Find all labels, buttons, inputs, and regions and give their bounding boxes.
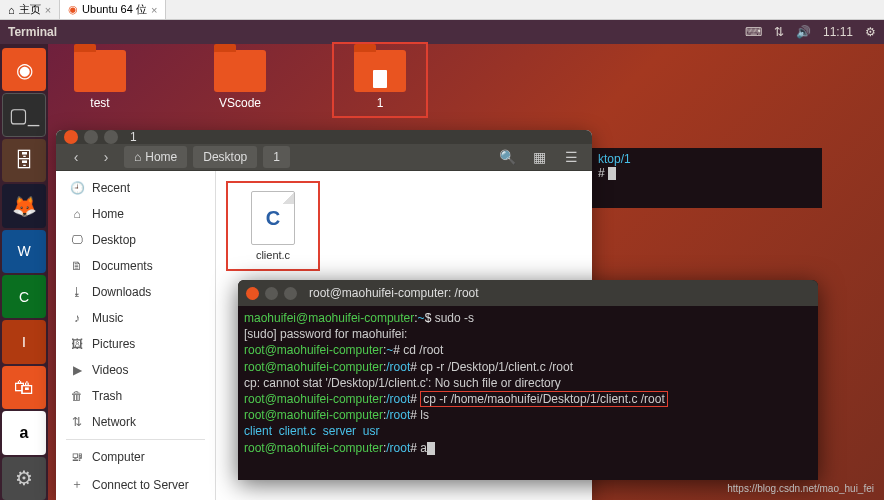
gear-icon[interactable]: ⚙ <box>865 25 876 39</box>
launcher-dash[interactable]: ◉ <box>2 48 46 91</box>
pictures-icon: 🖼 <box>70 337 84 351</box>
clock-icon: 🕘 <box>70 181 84 195</box>
videos-icon: ▶ <box>70 363 84 377</box>
sidebar-label: Trash <box>92 389 122 403</box>
launcher-impress[interactable]: I <box>2 320 46 363</box>
file-name-label: client.c <box>236 249 310 261</box>
launcher-terminal[interactable]: ▢_ <box>2 93 46 136</box>
sidebar-label: Videos <box>92 363 128 377</box>
music-icon: ♪ <box>70 311 84 325</box>
tab-label: Ubuntu 64 位 <box>82 2 147 17</box>
files-toolbar: ‹ › ⌂Home Desktop 1 🔍 ▦ ☰ <box>56 144 592 171</box>
desktop-folder-test[interactable]: test <box>60 50 140 110</box>
keyboard-icon[interactable]: ⌨ <box>745 25 762 39</box>
launcher-software[interactable]: 🛍 <box>2 366 46 409</box>
folder-icon <box>74 50 126 92</box>
path-segment-desktop[interactable]: Desktop <box>193 146 257 168</box>
browser-tab-vm[interactable]: ◉ Ubuntu 64 位 × <box>60 0 166 19</box>
sidebar-label: Computer <box>92 450 145 464</box>
sidebar-label: Network <box>92 415 136 429</box>
launcher-calc[interactable]: C <box>2 275 46 318</box>
watermark-text: https://blog.csdn.net/mao_hui_fei <box>727 483 874 494</box>
sidebar-trash[interactable]: 🗑Trash <box>56 383 215 409</box>
ubuntu-icon: ◉ <box>68 3 78 16</box>
desktop-folder-vscode[interactable]: VScode <box>200 50 280 110</box>
sidebar-label: Music <box>92 311 123 325</box>
sidebar-recent[interactable]: 🕘Recent <box>56 175 215 201</box>
sidebar-computer[interactable]: 🖳Computer <box>56 444 215 470</box>
close-icon[interactable]: × <box>45 4 51 16</box>
unity-launcher: ◉ ▢_ 🗄 🦊 W C I 🛍 a ⚙ <box>0 44 48 500</box>
network-icon: ⇅ <box>70 415 84 429</box>
document-icon: 🗎 <box>70 259 84 273</box>
folder-icon <box>354 50 406 92</box>
path-home-button[interactable]: ⌂Home <box>124 146 187 168</box>
files-titlebar[interactable]: 1 <box>56 130 592 144</box>
network-icon[interactable]: ⇅ <box>774 25 784 39</box>
clock-time[interactable]: 11:11 <box>823 25 853 39</box>
window-minimize-button[interactable] <box>265 287 278 300</box>
home-icon: ⌂ <box>70 207 84 221</box>
sidebar-music[interactable]: ♪Music <box>56 305 215 331</box>
icon-label: test <box>60 96 140 110</box>
term-cursor <box>608 167 616 180</box>
browser-tab-home[interactable]: ⌂ 主页 × <box>0 0 60 19</box>
trash-icon: 🗑 <box>70 389 84 403</box>
sidebar-home[interactable]: ⌂Home <box>56 201 215 227</box>
ubuntu-top-panel: Terminal ⌨ ⇅ 🔊 11:11 ⚙ <box>0 20 884 44</box>
terminal-titlebar[interactable]: root@maohuifei-computer: /root <box>238 280 818 306</box>
window-close-button[interactable] <box>64 130 78 144</box>
desktop-folder-1[interactable]: 1 <box>340 50 420 110</box>
connect-icon: ＋ <box>70 476 84 493</box>
window-close-button[interactable] <box>246 287 259 300</box>
nav-forward-button[interactable]: › <box>94 145 118 169</box>
sidebar-label: Documents <box>92 259 153 273</box>
sidebar-label: Connect to Server <box>92 478 189 492</box>
window-minimize-button[interactable] <box>84 130 98 144</box>
nav-back-button[interactable]: ‹ <box>64 145 88 169</box>
sidebar-label: Recent <box>92 181 130 195</box>
path-label: Home <box>145 150 177 164</box>
sidebar-pictures[interactable]: 🖼Pictures <box>56 331 215 357</box>
path-label: Desktop <box>203 150 247 164</box>
sidebar-connect[interactable]: ＋Connect to Server <box>56 470 215 499</box>
sound-icon[interactable]: 🔊 <box>796 25 811 39</box>
close-icon[interactable]: × <box>151 4 157 16</box>
launcher-firefox[interactable]: 🦊 <box>2 184 46 227</box>
tab-label: 主页 <box>19 2 41 17</box>
home-icon: ⌂ <box>134 150 141 164</box>
terminal-window: root@maohuifei-computer: /root maohuifei… <box>238 280 818 480</box>
file-icon <box>373 70 387 88</box>
sidebar-label: Downloads <box>92 285 151 299</box>
sidebar-downloads[interactable]: ⭳Downloads <box>56 279 215 305</box>
window-maximize-button[interactable] <box>284 287 297 300</box>
path-label: 1 <box>273 150 280 164</box>
folder-icon <box>214 50 266 92</box>
file-client-c[interactable]: C client.c <box>228 183 318 269</box>
panel-indicators: ⌨ ⇅ 🔊 11:11 ⚙ <box>745 25 876 39</box>
computer-icon: 🖳 <box>70 450 84 464</box>
sidebar-videos[interactable]: ▶Videos <box>56 357 215 383</box>
desktop-icon: 🖵 <box>70 233 84 247</box>
sidebar-documents[interactable]: 🗎Documents <box>56 253 215 279</box>
sidebar-label: Home <box>92 207 124 221</box>
window-maximize-button[interactable] <box>104 130 118 144</box>
window-title: 1 <box>130 130 137 144</box>
term-path-fragment: ktop/1 <box>598 152 631 166</box>
term-prompt-symbol: # <box>598 166 608 180</box>
view-grid-button[interactable]: ▦ <box>526 144 552 170</box>
launcher-amazon[interactable]: a <box>2 411 46 454</box>
launcher-files[interactable]: 🗄 <box>2 139 46 182</box>
view-menu-button[interactable]: ☰ <box>558 144 584 170</box>
launcher-settings[interactable]: ⚙ <box>2 457 46 500</box>
icon-label: 1 <box>340 96 420 110</box>
sidebar-separator <box>66 439 205 440</box>
sidebar-network[interactable]: ⇅Network <box>56 409 215 435</box>
search-button[interactable]: 🔍 <box>494 144 520 170</box>
path-segment-1[interactable]: 1 <box>263 146 290 168</box>
active-app-title: Terminal <box>8 25 745 39</box>
terminal-body[interactable]: maohuifei@maohuifei-computer:~$ sudo -s[… <box>238 306 818 480</box>
launcher-writer[interactable]: W <box>2 230 46 273</box>
sidebar-desktop[interactable]: 🖵Desktop <box>56 227 215 253</box>
background-terminal: ktop/1 # <box>592 148 822 208</box>
